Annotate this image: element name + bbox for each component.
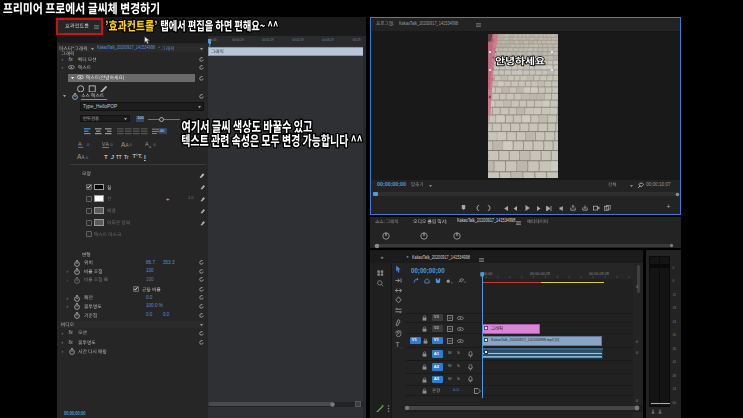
svg-text:A: A — [125, 143, 129, 148]
svg-text:A: A — [105, 141, 109, 147]
svg-text:A: A — [78, 141, 82, 147]
svg-text:a: a — [149, 143, 152, 147]
svg-text:A: A — [81, 155, 85, 160]
